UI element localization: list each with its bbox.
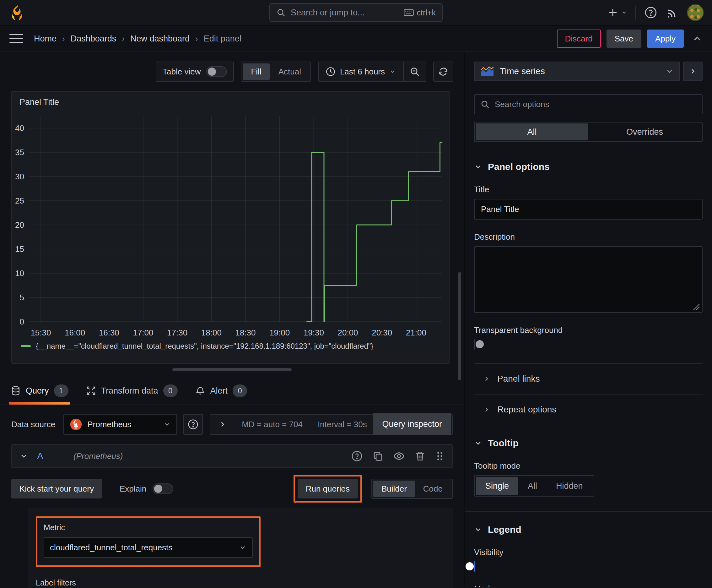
search-options-input[interactable]: Search options [474, 94, 703, 114]
user-avatar[interactable] [687, 4, 704, 21]
apply-button[interactable]: Apply [647, 29, 684, 48]
tab-alert-count: 0 [233, 384, 247, 397]
time-range-picker: Last 6 hours [318, 62, 426, 82]
panel-title-input[interactable]: Panel Title [474, 199, 703, 219]
legend-series-label[interactable]: {__name__="cloudflared_tunnel_total_requ… [36, 342, 373, 351]
legend-series-swatch [21, 345, 31, 347]
global-search-input[interactable]: Search or jump to... ctrl+k [269, 3, 443, 22]
svg-text:15:30: 15:30 [30, 328, 51, 337]
time-range-button[interactable]: Last 6 hours [319, 62, 403, 81]
datasource-select[interactable]: Prometheus [63, 414, 177, 435]
svg-text:40: 40 [15, 123, 24, 133]
breadcrumb-new-dashboard[interactable]: New dashboard [130, 34, 190, 44]
prometheus-icon [70, 418, 82, 430]
visualization-select[interactable]: Time series [474, 62, 680, 81]
tab-query-count: 1 [54, 384, 68, 397]
explain-toggle[interactable] [153, 483, 173, 494]
search-placeholder: Search or jump to... [291, 8, 399, 18]
database-icon [11, 386, 21, 396]
legend-header[interactable]: Legend [474, 524, 703, 535]
svg-text:16:30: 16:30 [99, 328, 119, 337]
breadcrumb-dashboards[interactable]: Dashboards [71, 34, 116, 44]
search-icon [276, 8, 286, 17]
time-series-chart[interactable]: 051015202530354015:3016:0016:3017:0017:3… [12, 112, 449, 341]
chart-panel[interactable]: Panel Title 051015202530354015:3016:0016… [11, 91, 450, 364]
news-rss-icon[interactable] [666, 6, 679, 19]
chevron-up-icon[interactable] [692, 33, 703, 44]
fill-option[interactable]: Fill [243, 63, 269, 80]
resize-grip-icon[interactable] [693, 303, 699, 310]
actual-option[interactable]: Actual [270, 63, 309, 80]
trash-icon[interactable] [414, 450, 426, 462]
explain-label: Explain [120, 484, 146, 494]
svg-text:16:00: 16:00 [65, 328, 85, 337]
transparent-background-toggle[interactable] [474, 339, 475, 350]
menu-toggle-icon[interactable] [9, 34, 23, 43]
run-queries-button[interactable]: Run queries [298, 479, 358, 499]
tab-alert[interactable]: Alert 0 [195, 384, 247, 404]
panel-options-header[interactable]: Panel options [474, 162, 703, 172]
drag-handle-icon[interactable] [435, 451, 445, 461]
legend-visibility-label: Visibility [474, 547, 703, 557]
topbar-divider [635, 6, 636, 19]
metric-select[interactable]: cloudflared_tunnel_total_requests [44, 537, 253, 558]
tooltip-mode-all[interactable]: All [518, 477, 546, 495]
save-button[interactable]: Save [606, 29, 641, 48]
svg-text:20:00: 20:00 [338, 328, 358, 337]
legend-visibility-toggle[interactable] [474, 561, 475, 572]
tab-alert-label: Alert [210, 386, 228, 396]
tooltip-header[interactable]: Tooltip [474, 438, 703, 448]
visualization-picker-row: Time series [474, 62, 703, 81]
legend-title: Legend [488, 524, 521, 535]
description-textarea[interactable] [474, 246, 703, 313]
new-dropdown-button[interactable] [607, 7, 627, 18]
time-series-viz-icon [480, 66, 494, 77]
discard-button[interactable]: Discard [557, 29, 601, 48]
grafana-logo-icon[interactable] [8, 3, 26, 22]
repeat-options-section[interactable]: Repeat options [474, 395, 703, 425]
chevron-down-icon [474, 439, 482, 447]
query-row-header[interactable]: A (Prometheus) [11, 444, 453, 468]
fill-actual-group: Fill Actual [241, 62, 311, 82]
scrollbar-thumb[interactable] [458, 272, 461, 380]
tab-all[interactable]: All [476, 123, 588, 141]
query-inspector-button[interactable]: Query inspector [373, 413, 451, 435]
table-view-toggle[interactable] [206, 66, 227, 77]
tooltip-mode-single[interactable]: Single [476, 477, 518, 495]
builder-option[interactable]: Builder [373, 481, 415, 497]
tab-transform-data[interactable]: Transform data 0 [86, 384, 178, 404]
breadcrumb-edit-panel: Edit panel [204, 34, 241, 44]
svg-text:18:30: 18:30 [235, 328, 256, 337]
svg-text:17:30: 17:30 [167, 328, 188, 337]
svg-text:19:30: 19:30 [304, 328, 324, 337]
metric-value: cloudflared_tunnel_total_requests [50, 543, 172, 552]
datasource-help-button[interactable] [184, 414, 203, 435]
query-editor-toolbar: Kick start your query Explain Run querie… [11, 475, 453, 503]
duplicate-icon[interactable] [372, 450, 384, 462]
datasource-row: Data source Prometheus [11, 413, 453, 435]
svg-text:25: 25 [15, 196, 24, 205]
kickstart-query-button[interactable]: Kick start your query [11, 479, 102, 499]
tooltip-title: Tooltip [488, 438, 519, 448]
panel-links-section[interactable]: Panel links [474, 364, 703, 394]
help-icon[interactable] [351, 450, 363, 462]
query-ref-id[interactable]: A [37, 451, 43, 461]
zoom-out-time-button[interactable] [403, 62, 426, 81]
code-option[interactable]: Code [415, 481, 451, 497]
tab-query[interactable]: Query 1 [11, 384, 68, 404]
help-icon[interactable] [644, 6, 657, 19]
chart-legend[interactable]: {__name__="cloudflared_tunnel_total_requ… [12, 342, 449, 351]
pane-resize-handle[interactable] [172, 368, 292, 371]
tooltip-mode-group: Single All Hidden [474, 475, 594, 497]
category-divider [465, 511, 712, 512]
query-section-tabs: Query 1 Transform data 0 Alert [0, 378, 464, 405]
panel-options-pane: Time series Search options All Overrides [464, 52, 712, 587]
visualization-name: Time series [500, 66, 545, 76]
tooltip-mode-hidden[interactable]: Hidden [546, 477, 592, 495]
refresh-button[interactable] [433, 62, 453, 82]
toggle-viz-picker-button[interactable] [683, 62, 703, 81]
tab-overrides[interactable]: Overrides [588, 123, 701, 141]
breadcrumb-home[interactable]: Home [34, 34, 57, 44]
hide-response-eye-icon[interactable] [393, 450, 405, 462]
chevron-down-icon[interactable] [19, 452, 28, 460]
